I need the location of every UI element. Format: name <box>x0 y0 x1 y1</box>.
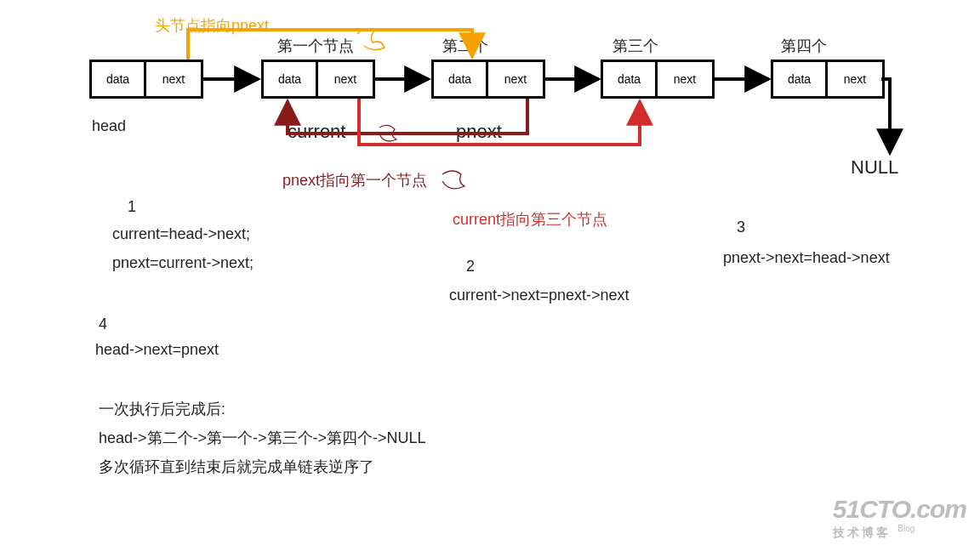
summary-l3: 多次循环直到结束后就完成单链表逆序了 <box>99 454 374 480</box>
doodle-2 <box>379 125 396 141</box>
cell-data: data <box>603 62 658 96</box>
cell-next: next <box>828 62 882 96</box>
watermark-brand: 51CTO.com <box>833 495 966 524</box>
watermark-sub: 技术博客 <box>833 525 891 539</box>
watermark-blog: Blog <box>897 524 914 533</box>
node-4: data next <box>771 60 885 99</box>
label-node1-above: 第一个节点 <box>277 36 354 56</box>
cell-next: next <box>658 62 712 96</box>
anno-current-to-n3: current指向第三个节点 <box>453 209 607 230</box>
cell-data: data <box>434 62 488 96</box>
cell-data: data <box>264 62 318 96</box>
watermark: 51CTO.com 技术博客 Blog <box>833 495 966 541</box>
doodle-1 <box>357 29 385 50</box>
label-node2-above: 第二个 <box>442 36 488 56</box>
step4: head->next=pnext <box>95 337 219 362</box>
summary-l1: 一次执行后完成后: <box>99 396 225 422</box>
anno-pnext-to-n1: pnext指向第一个节点 <box>282 170 427 190</box>
step2: current->next=pnext->next <box>449 282 630 308</box>
summary-l2: head->第二个->第一个->第三个->第四个->NULL <box>99 425 426 451</box>
cell-next: next <box>146 62 201 96</box>
step4-num: 4 <box>99 311 107 337</box>
cell-data: data <box>773 62 828 96</box>
node-head: data next <box>89 60 203 99</box>
step1a: current=head->next; <box>112 221 250 247</box>
doodle-3 <box>442 171 464 189</box>
label-node3-above: 第三个 <box>612 36 658 56</box>
step1-num: 1 <box>128 194 136 219</box>
label-pnext: pnext <box>456 121 502 143</box>
step1b: pnext=current->next; <box>112 250 254 276</box>
node-3: data next <box>601 60 715 99</box>
label-node4-above: 第四个 <box>781 36 827 56</box>
label-null: NULL <box>851 156 898 179</box>
label-current: current <box>288 121 345 143</box>
label-head: head <box>92 117 126 135</box>
step3-num: 3 <box>737 214 745 240</box>
step2-num: 2 <box>466 253 475 279</box>
step3: pnext->next=head->next <box>723 245 890 270</box>
anno-head-to-pnext: 头节点指向pnext <box>155 15 269 36</box>
node-2: data next <box>431 60 545 99</box>
cell-next: next <box>488 62 543 96</box>
cell-data: data <box>92 62 146 96</box>
cell-next: next <box>318 62 373 96</box>
node-1: data next <box>261 60 375 99</box>
